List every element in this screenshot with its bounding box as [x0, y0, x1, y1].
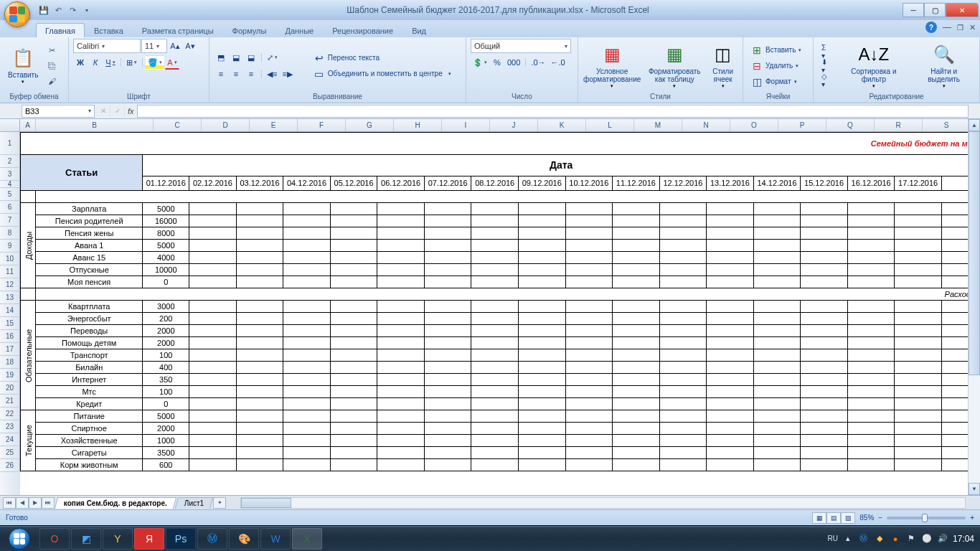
row-value[interactable]: 5000	[143, 240, 189, 252]
row-header[interactable]: 8	[0, 227, 20, 240]
sheet-nav-prev-icon[interactable]: ◀	[16, 497, 29, 509]
enter-formula-icon[interactable]: ✓	[110, 105, 125, 118]
row-name[interactable]: Помощь детям	[36, 337, 143, 349]
start-button[interactable]	[0, 526, 39, 552]
row-header[interactable]: 5	[0, 188, 20, 201]
tray-volume-icon[interactable]: 🔊	[937, 533, 948, 545]
row-value[interactable]: 600	[143, 459, 189, 471]
taskbar-yandex-icon[interactable]: Y	[103, 528, 133, 550]
copy-icon[interactable]: ⿻	[44, 59, 59, 73]
column-header[interactable]: H	[394, 119, 442, 131]
taskbar-app2-icon[interactable]: 🎨	[229, 528, 259, 550]
ribbon-minimize-icon[interactable]: —	[943, 22, 951, 32]
align-middle-icon[interactable]: ⬓	[229, 50, 243, 65]
tab-data[interactable]: Данные	[275, 23, 323, 37]
row-value[interactable]: 2000	[143, 325, 189, 337]
align-bottom-icon[interactable]: ⬓	[244, 50, 258, 65]
row-name[interactable]: Пенсия жены	[36, 227, 143, 240]
view-normal-icon[interactable]: ▦	[812, 512, 826, 524]
row-name[interactable]: Кредит	[36, 398, 143, 410]
row-value[interactable]: 2000	[143, 423, 189, 435]
row-value[interactable]: 3000	[143, 301, 189, 313]
row-header[interactable]: 15	[0, 317, 20, 330]
conditional-formatting-button[interactable]: ▦Условное форматирование▾	[583, 41, 641, 91]
row-header[interactable]: 10	[0, 253, 20, 265]
vertical-scrollbar[interactable]: ▲ ▼	[968, 119, 980, 495]
select-all-button[interactable]	[0, 119, 20, 131]
column-header[interactable]: C	[154, 119, 202, 131]
column-header[interactable]: S	[923, 119, 971, 131]
grow-font-icon[interactable]: A▴	[168, 39, 182, 53]
font-color-button[interactable]: A	[165, 55, 179, 70]
zoom-in-icon[interactable]: +	[970, 514, 974, 522]
taskbar-ps-icon[interactable]: Ps	[166, 528, 196, 550]
merge-center-button[interactable]: ▭Объединить и поместить в центре▾	[310, 66, 455, 82]
row-header[interactable]: 17	[0, 343, 20, 356]
row-name[interactable]: Билайн	[36, 362, 143, 374]
office-button[interactable]	[4, 1, 30, 27]
name-box[interactable]: B33▾	[22, 105, 95, 118]
percent-format-icon[interactable]: %	[490, 55, 504, 70]
column-header[interactable]: A	[20, 119, 36, 131]
accounting-format-icon[interactable]: 💲	[471, 55, 489, 70]
row-header[interactable]: 16	[0, 330, 20, 343]
row-name[interactable]: Отпускные	[36, 264, 143, 276]
tab-view[interactable]: Вид	[402, 23, 435, 37]
tray-show-hidden-icon[interactable]: ▴	[842, 533, 854, 545]
row-header[interactable]: 20	[0, 382, 20, 395]
lang-indicator[interactable]: RU	[828, 534, 838, 542]
column-header[interactable]: D	[202, 119, 250, 131]
row-value[interactable]: 100	[143, 349, 189, 362]
taskbar-excel-icon[interactable]: X	[292, 528, 322, 550]
row-header[interactable]: 26	[0, 459, 20, 472]
zoom-out-icon[interactable]: −	[878, 514, 882, 522]
decrease-decimal-icon[interactable]: ←.0	[549, 55, 567, 70]
sort-filter-button[interactable]: A↓ZСортировка и фильтр▾	[837, 41, 910, 91]
cancel-formula-icon[interactable]: ✕	[96, 105, 110, 118]
row-header[interactable]: 21	[0, 395, 20, 408]
insert-cells-button[interactable]: ⊞Вставить▾	[748, 42, 805, 58]
fill-button[interactable]: ⬇ ▾	[818, 59, 834, 73]
taskbar-word-icon[interactable]: W	[260, 528, 291, 550]
delete-cells-button[interactable]: ⊟Удалить▾	[748, 58, 805, 74]
minimize-button[interactable]: ─	[903, 3, 924, 17]
row-name[interactable]: Корм животным	[36, 459, 143, 471]
row-header[interactable]: 24	[0, 433, 20, 446]
sheet-nav-next-icon[interactable]: ▶	[29, 497, 42, 509]
tray-icon-2[interactable]: ●	[890, 533, 901, 545]
row-header[interactable]: 7	[0, 214, 20, 227]
column-header[interactable]: F	[298, 119, 346, 131]
tab-review[interactable]: Рецензирование	[323, 23, 402, 37]
tab-insert[interactable]: Вставка	[85, 23, 133, 37]
taskbar-ya-icon[interactable]: Я	[134, 528, 164, 550]
row-header[interactable]: 22	[0, 408, 20, 420]
scroll-down-icon[interactable]: ▼	[969, 483, 980, 495]
row-header[interactable]: 9	[0, 240, 20, 253]
align-top-icon[interactable]: ⬒	[214, 50, 228, 65]
row-value[interactable]: 3500	[143, 447, 189, 459]
row-name[interactable]: Интернет	[36, 374, 143, 386]
tray-mbam-icon[interactable]: Ⓜ	[858, 533, 870, 545]
row-name[interactable]: Аванс 15	[36, 252, 143, 264]
row-name[interactable]: Питание	[36, 410, 143, 423]
fill-color-button[interactable]: 🪣	[146, 55, 164, 70]
formula-input[interactable]	[137, 105, 969, 118]
row-value[interactable]: 0	[143, 398, 189, 410]
increase-indent-icon[interactable]: ≡▶	[280, 67, 294, 81]
row-header[interactable]: 25	[0, 446, 20, 459]
align-right-icon[interactable]: ≡	[244, 67, 258, 81]
decrease-indent-icon[interactable]: ◀≡	[265, 67, 279, 81]
row-header[interactable]: 4	[0, 181, 20, 188]
font-name-combo[interactable]: Calibri▾	[73, 39, 141, 53]
row-value[interactable]: 100	[143, 386, 189, 398]
italic-button[interactable]: К	[88, 55, 103, 70]
row-name[interactable]: Транспорт	[36, 349, 143, 362]
qat-customize-icon[interactable]: ▾	[80, 4, 93, 17]
column-header[interactable]: I	[442, 119, 490, 131]
zoom-level[interactable]: 85%	[859, 514, 874, 522]
row-value[interactable]: 5000	[143, 410, 189, 423]
column-header[interactable]: R	[875, 119, 923, 131]
column-header[interactable]: Q	[826, 119, 875, 131]
row-value[interactable]: 2000	[143, 337, 189, 349]
sheet-tab[interactable]: Лист1	[175, 497, 214, 509]
